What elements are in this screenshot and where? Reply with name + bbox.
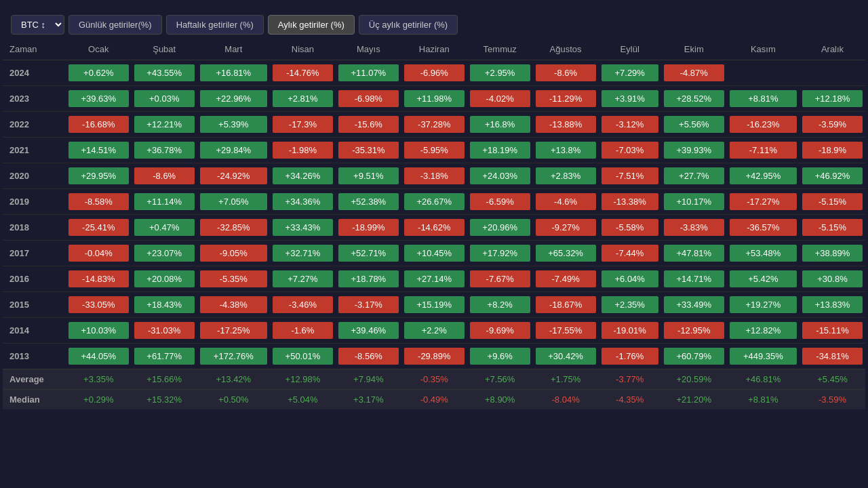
cell-value: +2.95% [470, 64, 530, 81]
value-cell: +60.79% [661, 344, 727, 369]
value-cell: +23.07% [132, 241, 197, 266]
footer-value-cell: +20.59% [661, 369, 727, 390]
value-cell: -4.6% [533, 189, 599, 215]
value-cell: +11.07% [336, 60, 401, 86]
value-cell: -5.15% [800, 189, 865, 215]
footer-value-cell: +5.45% [800, 369, 865, 390]
cell-value: -4.87% [664, 64, 724, 81]
cell-value: -17.3% [273, 116, 333, 133]
cell-value: -7.51% [601, 167, 658, 184]
year-cell: 2022 [3, 112, 66, 138]
year-cell: 2015 [3, 292, 66, 318]
tab-monthly[interactable]: Aylık getiriler (%) [268, 15, 355, 35]
footer-value-cell: -3.77% [599, 369, 661, 390]
value-cell: -17.3% [270, 112, 336, 138]
footer-value-cell: +21.20% [661, 390, 727, 410]
cell-value: -6.98% [338, 90, 399, 107]
value-cell: -1.76% [599, 344, 661, 369]
year-cell: 2018 [3, 215, 66, 241]
cell-value: +33.43% [273, 219, 333, 236]
cell-value: +36.78% [134, 142, 195, 159]
value-cell: -35.31% [336, 138, 401, 163]
value-cell: -9.27% [533, 215, 599, 241]
footer-label: Average [3, 369, 66, 390]
value-cell: -29.89% [401, 344, 467, 369]
value-cell: -0.04% [66, 241, 132, 266]
footer-value-cell: +3.35% [66, 369, 132, 390]
tab-weekly[interactable]: Haftalık getiriler (%) [166, 15, 264, 35]
cell-value: +50.01% [273, 348, 333, 365]
table-row: 2023+39.63%+0.03%+22.96%+2.81%-6.98%+11.… [3, 86, 865, 112]
value-cell: -3.18% [401, 163, 467, 189]
value-cell: +8.2% [467, 292, 533, 318]
value-cell: -5.58% [599, 215, 661, 241]
value-cell: -13.38% [599, 189, 661, 215]
value-cell: +7.27% [270, 266, 336, 292]
value-cell: +2.95% [467, 60, 533, 86]
value-cell: -3.17% [336, 292, 401, 318]
cell-value: +20.96% [470, 219, 530, 236]
table-row: 2017-0.04%+23.07%-9.05%+32.71%+52.71%+10… [3, 241, 865, 266]
value-cell: +33.49% [661, 292, 727, 318]
cell-value: +16.81% [200, 64, 267, 81]
value-cell: -5.95% [401, 138, 467, 163]
cell-value: -36.57% [730, 219, 797, 236]
cell-value: -1.98% [273, 142, 333, 159]
value-cell: +0.62% [66, 60, 132, 86]
cell-value: +43.55% [134, 64, 195, 81]
cell-value: -5.15% [802, 193, 863, 210]
tab-daily[interactable]: Günlük getiriler(%) [68, 15, 162, 35]
cell-value: -18.9% [802, 142, 863, 159]
cell-value: -35.31% [338, 142, 399, 159]
cell-value: -29.89% [404, 348, 465, 365]
footer-value-cell: +7.56% [467, 369, 533, 390]
footer-row: Median+0.29%+15.32%+0.50%+5.04%+3.17%-0.… [3, 390, 865, 410]
value-cell: -16.23% [727, 112, 800, 138]
cell-value: -3.59% [802, 116, 863, 133]
col-ocak: Ocak [66, 39, 132, 60]
cell-value: -8.56% [338, 348, 399, 365]
value-cell: -6.96% [401, 60, 467, 86]
value-cell: +15.19% [401, 292, 467, 318]
footer-value-cell: -4.35% [599, 390, 661, 410]
cell-value: +10.03% [68, 322, 129, 339]
cell-value: -5.58% [601, 219, 658, 236]
table-row: 2019-8.58%+11.14%+7.05%+34.36%+52.38%+26… [3, 189, 865, 215]
cell-value: +22.96% [200, 90, 267, 107]
value-cell: +0.47% [132, 215, 197, 241]
col-haziran: Haziran [401, 39, 467, 60]
value-cell: +0.03% [132, 86, 197, 112]
cell-value: +13.8% [536, 142, 596, 159]
cell-value: -32.85% [200, 219, 267, 236]
table-row: 2018-25.41%+0.47%-32.85%+33.43%-18.99%-1… [3, 215, 865, 241]
value-cell: -18.99% [336, 215, 401, 241]
col-mart: Mart [197, 39, 270, 60]
value-cell: -1.98% [270, 138, 336, 163]
cell-value: +15.19% [404, 296, 465, 313]
value-cell: -37.28% [401, 112, 467, 138]
value-cell: +18.43% [132, 292, 197, 318]
cell-value: +30.8% [802, 270, 863, 287]
cell-value: -15.11% [802, 322, 863, 339]
cell-value: -8.58% [68, 193, 129, 210]
cell-value: +7.29% [601, 64, 658, 81]
value-cell: +36.78% [132, 138, 197, 163]
value-cell: -14.83% [66, 266, 132, 292]
cell-value: +60.79% [664, 348, 724, 365]
cell-value: -18.67% [536, 296, 596, 313]
cell-value: -13.38% [601, 193, 658, 210]
value-cell: -25.41% [66, 215, 132, 241]
cell-value: -16.23% [730, 116, 797, 133]
tab-quarterly[interactable]: Üç aylık getiriler (%) [359, 15, 458, 35]
asset-select[interactable]: BTC ↕ ETH ↕ [11, 15, 64, 35]
cell-value: +11.14% [134, 193, 195, 210]
col-nisan: Nisan [270, 39, 336, 60]
cell-value: +0.03% [134, 90, 195, 107]
cell-value: +33.49% [664, 296, 724, 313]
col-zaman: Zaman [3, 39, 66, 60]
cell-value: +17.92% [470, 245, 530, 262]
cell-value: +19.27% [730, 296, 797, 313]
value-cell: -15.6% [336, 112, 401, 138]
value-cell: -3.59% [800, 112, 865, 138]
cell-value: +0.62% [68, 64, 129, 81]
